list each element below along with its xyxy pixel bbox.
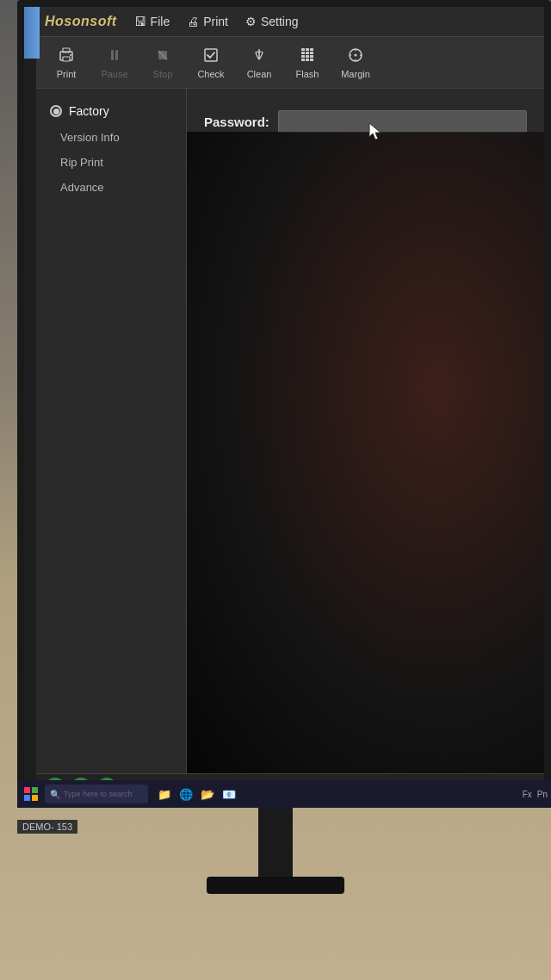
flash-toolbar-label: Flash [296,69,319,79]
print-toolbar-label: Print [57,69,77,79]
svg-rect-1 [63,57,70,61]
pause-toolbar-icon [105,46,124,67]
print-toolbar-icon [57,46,76,67]
password-label: Password: [204,115,269,129]
menu-setting[interactable]: ⚙ Setting [245,15,299,28]
taskbar-icon-folder[interactable]: 📁 [155,785,174,803]
svg-rect-18 [310,55,313,58]
menu-file-label: File [151,15,170,28]
sidebar-item-advance[interactable]: Advance [36,175,186,200]
toolbar-margin-button[interactable]: Margin [334,42,377,83]
svg-point-23 [355,54,357,57]
taskbar: 🔍 Type here to search 📁 🌐 📂 📧 Fx Pn [17,780,551,808]
flash-toolbar-icon [298,46,317,67]
svg-rect-10 [301,48,305,51]
svg-point-3 [70,54,71,56]
svg-rect-5 [115,50,118,60]
taskbar-icon-files[interactable]: 📂 [198,785,217,803]
main-content: Factory Version Info Rip Print Advance [36,89,544,773]
stop-toolbar-label: Stop [153,69,173,79]
svg-rect-14 [306,52,309,54]
svg-rect-21 [310,59,313,61]
taskbar-search-placeholder: Type here to search [64,790,133,798]
svg-rect-19 [301,59,305,61]
taskbar-right: Fx Pn [523,790,548,799]
svg-rect-29 [24,787,30,793]
toolbar-clean-button[interactable]: Clean [238,42,281,83]
pause-toolbar-label: Pause [101,69,127,79]
menu-print[interactable]: 🖨 Print [187,15,228,28]
app-window: Hosonsoft 🖫 File 🖨 Print ⚙ Setting [36,7,544,801]
toolbar-stop-button[interactable]: Stop [141,42,184,83]
blue-tape [24,7,40,59]
svg-rect-15 [310,52,313,54]
svg-rect-4 [111,50,114,60]
sidebar-item-factory[interactable]: Factory [36,97,186,125]
demo-label: DEMO- 153 [17,820,77,834]
gear-icon: ⚙ [245,15,257,28]
svg-rect-31 [24,795,30,801]
print-menu-icon: 🖨 [187,15,199,28]
stop-toolbar-icon [153,46,172,67]
monitor-screen: Hosonsoft 🖫 File 🖨 Print ⚙ Setting [24,7,544,801]
check-toolbar-icon [201,46,220,67]
check-toolbar-label: Check [197,69,224,79]
search-taskbar-icon: 🔍 [50,790,60,799]
taskbar-icon-email[interactable]: 📧 [220,785,238,803]
monitor-stand-base [207,877,344,894]
sidebar-factory-label: Factory [69,104,109,118]
svg-rect-11 [306,48,309,51]
svg-rect-13 [301,52,305,54]
content-panel: Password: [187,89,544,773]
clean-toolbar-icon [250,46,269,67]
menu-setting-label: Setting [261,15,299,28]
sidebar-item-rip-print[interactable]: Rip Print [36,150,186,175]
toolbar-print-button[interactable]: Print [45,42,88,83]
toolbar-pause-button[interactable]: Pause [93,42,136,83]
taskbar-pn-label: Pn [537,790,548,799]
toolbar-flash-button[interactable]: Flash [286,42,329,83]
sidebar: Factory Version Info Rip Print Advance [36,89,187,773]
svg-rect-32 [32,795,38,801]
toolbar-check-button[interactable]: Check [189,42,232,83]
taskbar-icons: 📁 🌐 📂 📧 [155,785,238,803]
taskbar-fx-label: Fx [523,790,532,799]
advance-label: Advance [60,181,104,194]
taskbar-search[interactable]: 🔍 Type here to search [45,785,148,803]
monitor-stand-neck [258,808,293,878]
svg-rect-30 [32,787,38,793]
sidebar-item-version-info[interactable]: Version Info [36,125,186,150]
svg-rect-16 [301,55,305,58]
password-row: Password: [204,110,527,133]
margin-toolbar-label: Margin [341,69,370,79]
content-dark-overlay [187,132,544,773]
margin-toolbar-icon [346,46,365,67]
svg-rect-20 [306,59,309,61]
app-logo: Hosonsoft [45,14,117,29]
monitor-bezel: Hosonsoft 🖫 File 🖨 Print ⚙ Setting [17,0,551,808]
clean-toolbar-label: Clean [247,69,272,79]
toolbar: Print Pause [36,37,544,89]
factory-radio[interactable] [50,105,62,117]
password-input[interactable] [278,110,527,133]
menu-file[interactable]: 🖫 File [134,15,170,28]
windows-start-button[interactable] [21,784,41,804]
file-icon: 🖫 [134,15,146,28]
version-info-label: Version Info [60,131,120,144]
menu-print-label: Print [203,15,228,28]
menu-bar: Hosonsoft 🖫 File 🖨 Print ⚙ Setting [36,7,544,37]
taskbar-icon-browser[interactable]: 🌐 [176,785,195,803]
svg-rect-12 [310,48,313,51]
rip-print-label: Rip Print [60,156,103,169]
svg-rect-17 [306,55,309,58]
